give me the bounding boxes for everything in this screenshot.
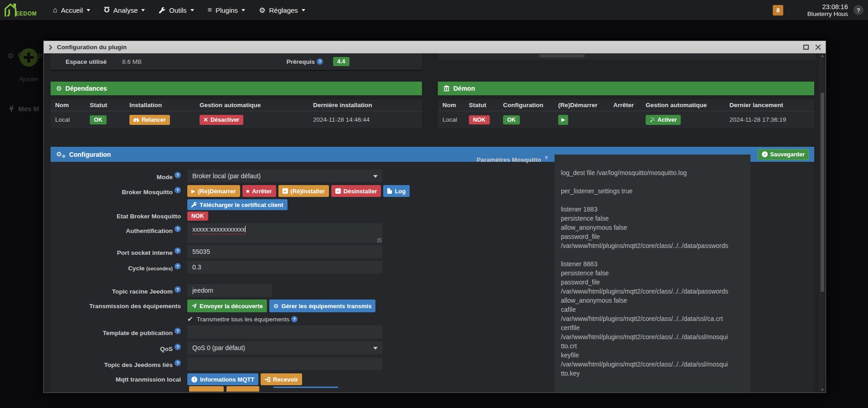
notification-badge[interactable]: 8 <box>773 5 783 15</box>
help-question-icon[interactable]: ? <box>175 328 181 334</box>
dialog-scrollbar[interactable] <box>820 53 824 393</box>
chevron-down-icon <box>87 9 90 11</box>
help-question-icon[interactable]: ? <box>175 360 181 366</box>
manage-transmitted-devices-button[interactable]: ⚙ Gérer les équipements transmis <box>269 300 376 312</box>
clock-time: 23:08:16 <box>804 3 848 10</box>
receive-button[interactable]: Recevoir <box>261 373 302 385</box>
cut-off-button-fragment <box>189 386 224 392</box>
nav-outils[interactable]: Outils <box>159 6 194 14</box>
col-header: Statut <box>85 102 125 108</box>
configuration-title: Configuration <box>69 151 111 158</box>
relaunch-dependencies-button[interactable]: Relancer <box>129 115 170 125</box>
play-icon: ▶ <box>191 188 195 194</box>
transmit-all-label: Transmettre tous les équipements <box>197 316 290 323</box>
daemon-name: Local <box>438 116 464 123</box>
chevron-down-icon <box>190 9 194 11</box>
start-daemon-button[interactable]: ▶ <box>558 115 568 125</box>
table-row: Local OK Relancer <box>51 111 422 128</box>
nav-reglages[interactable]: ⚙ Réglages <box>259 6 305 15</box>
root-topic-input[interactable] <box>187 284 272 297</box>
download-client-certificate-button[interactable]: Télécharger le certificat client <box>187 199 288 210</box>
cycle-label: Cycle <box>128 265 144 272</box>
nav-analyse[interactable]: Ʊ Analyse <box>104 6 145 14</box>
mqtt-informations-button[interactable]: i Informations MQTT <box>187 373 258 385</box>
daemon-title: Démon <box>453 85 475 92</box>
linked-jeedoms-label: Topic des Jeedoms liés <box>104 362 173 368</box>
chevron-down-icon <box>373 175 378 178</box>
table-row: Local NOK OK ▶ Activer <box>438 111 814 128</box>
resize-handle-icon[interactable] <box>377 238 382 243</box>
maximize-icon[interactable] <box>803 45 809 50</box>
chevron-down-icon <box>141 9 145 11</box>
help-question-icon[interactable]: ? <box>291 316 298 322</box>
help-question-icon[interactable]: ? <box>175 172 181 178</box>
dialog-content: Espace utilisé 8.6 MB Prérequis ? 4.4 ⚙ … <box>44 53 826 393</box>
health-panel-fragment <box>439 53 816 60</box>
qos-select[interactable]: QoS 0 (par défaut) <box>187 341 382 354</box>
plugin-configuration-dialog: Configuration du plugin Espace utilisé 8… <box>43 41 826 393</box>
publication-template-label: Template de publication <box>103 330 173 336</box>
checkbox-checked-icon[interactable]: ✔ <box>187 315 193 323</box>
col-header: Dernière installation <box>308 102 372 108</box>
dependency-name: Local <box>51 116 85 123</box>
close-icon[interactable] <box>815 44 821 50</box>
enable-auto-management-button[interactable]: Activer <box>646 115 681 125</box>
help-question-icon[interactable]: ? <box>175 187 181 193</box>
mode-select[interactable]: Broker local (par défaut) <box>187 170 382 182</box>
cut-off-element-border <box>273 387 338 388</box>
nav-accueil[interactable]: ⌂ Accueil <box>53 6 90 14</box>
scrollbar-thumb[interactable] <box>821 93 824 292</box>
broker-stop-button[interactable]: ■ Arrêter <box>242 185 276 197</box>
sign-in-icon <box>265 377 270 382</box>
home-icon: ⌂ <box>53 6 57 14</box>
help-icon[interactable]: ? <box>853 5 863 15</box>
save-button[interactable]: ✓ Sauvegarder <box>758 149 809 160</box>
paper-plane-icon <box>191 303 197 309</box>
dialog-titlebar[interactable]: Configuration du plugin <box>44 41 826 53</box>
help-question-icon[interactable]: ? <box>175 226 181 232</box>
broker-uninstall-button[interactable]: − Désinstaller <box>331 185 381 197</box>
configuration-panel: ⚙⚙ Configuration ✓ Sauvegarder Mode? Bro… <box>51 147 814 393</box>
help-question-icon[interactable]: ? <box>543 155 550 161</box>
scroll-down-icon[interactable] <box>821 389 824 391</box>
broker-log-button[interactable]: Log <box>383 185 410 197</box>
help-question-icon[interactable]: ? <box>175 248 181 254</box>
broker-restart-button[interactable]: ▶ (Re)Démarrer <box>187 185 240 197</box>
daemon-panel: Démon Nom Statut Configuration (Re)Démar… <box>438 82 814 128</box>
stethoscope-icon: Ʊ <box>104 6 110 14</box>
help-question-icon[interactable]: ? <box>175 263 181 269</box>
info-icon: i <box>191 377 197 382</box>
broker-install-button[interactable]: + (Ré)Installer <box>278 185 329 197</box>
cycle-input[interactable] <box>187 261 382 274</box>
top-navbar: EEDOM ⌂ Accueil Ʊ Analyse Outils ≡ Plugi… <box>0 0 868 20</box>
config-status-badge: OK <box>503 115 520 124</box>
authentication-textarea[interactable]: xxxxx:xxxxxxxxxxx <box>187 223 382 243</box>
minus-square-icon: − <box>335 188 341 194</box>
authentication-label: Authentification <box>126 227 173 234</box>
qos-label: QoS <box>160 346 173 352</box>
magic-wand-icon <box>650 117 655 122</box>
cogs-icon: ⚙ <box>56 85 62 92</box>
scroll-up-icon[interactable] <box>821 55 824 57</box>
publication-template-input[interactable] <box>187 325 382 338</box>
daemon-table: Nom Statut Configuration (Re)Démarrer Ar… <box>438 99 814 128</box>
linked-jeedoms-input[interactable] <box>187 357 382 370</box>
transmission-label: Transmission des équipements <box>89 303 181 310</box>
mosquitto-params-textarea[interactable]: log_dest file /var/log/mosquitto/mosquit… <box>555 155 750 393</box>
root-topic-label: Topic racine Jeedom <box>112 288 173 295</box>
broker-state-badge: NOK <box>187 212 208 221</box>
help-question-icon[interactable]: ? <box>175 344 181 350</box>
col-header: Nom <box>438 102 464 108</box>
play-icon: ▶ <box>561 117 565 123</box>
nav-plugins[interactable]: ≡ Plugins <box>208 6 246 14</box>
col-header: Dernier lancement <box>725 102 783 108</box>
mode-label: Mode <box>157 174 173 181</box>
send-discovery-button[interactable]: Envoyer la découverte <box>187 300 267 312</box>
wrench-icon <box>159 7 165 14</box>
jeedom-logo[interactable]: EEDOM <box>3 2 39 18</box>
disable-auto-management-button[interactable]: Désactiver <box>200 115 243 125</box>
help-question-icon[interactable]: ? <box>317 58 323 65</box>
chevron-down-icon <box>302 9 305 11</box>
internal-port-input[interactable] <box>187 245 382 258</box>
help-question-icon[interactable]: ? <box>175 286 181 293</box>
